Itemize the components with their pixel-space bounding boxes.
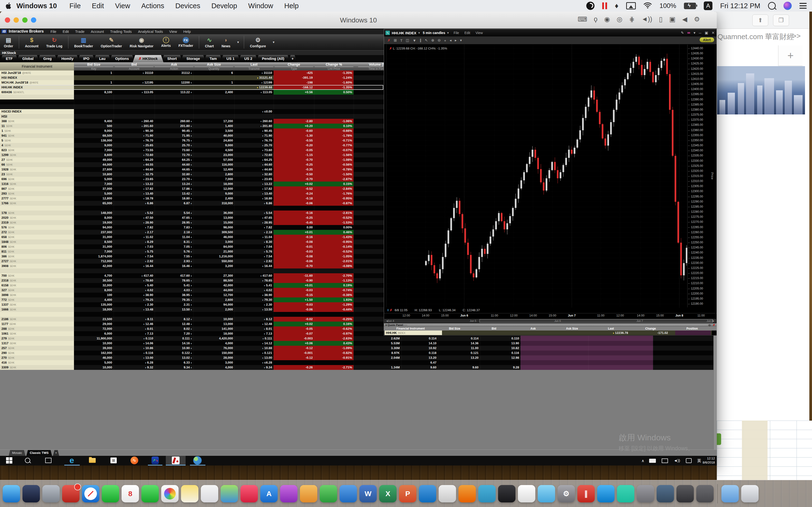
table-row-270[interactable]: 270SEHK46,000♦ 13.0013.02 ♦28,000♦ 13.00… [0, 355, 717, 360]
toolbar-optiontrader-button[interactable]: ✎OptionTrader [101, 37, 122, 48]
tab-etf[interactable]: ETF [0, 55, 18, 62]
close-icon[interactable]: ✕ [711, 31, 715, 35]
dock-icon-textedit[interactable] [518, 485, 535, 502]
dock-icon-music[interactable] [241, 485, 258, 502]
tab--[interactable]: + [288, 55, 297, 62]
cursor-icon[interactable]: ↖ [425, 38, 428, 43]
dock-icon-facetime[interactable] [141, 485, 159, 502]
dock-icon-trash[interactable] [741, 485, 759, 502]
menubar-item-edit[interactable]: Edit [92, 2, 104, 10]
toolbar-chart-button[interactable]: ∿Chart [205, 37, 214, 48]
dock-icon-launchpad[interactable] [42, 485, 60, 502]
tab-us-2[interactable]: US 2 [238, 55, 258, 62]
toolbar-fxtrader-button[interactable]: FXFXTrader [179, 37, 193, 48]
tws-menu-help[interactable]: Help [183, 30, 191, 34]
tray-ime[interactable]: 英 [697, 456, 701, 465]
chart-menu-edit[interactable]: Edit [464, 31, 470, 35]
table-row-279[interactable]: 279SEHK11,900,000♦ 0.1100.111 ♦4,420,000… [0, 336, 717, 341]
usb-icon[interactable]: ϙ [594, 15, 597, 23]
qp-col-ask-size[interactable]: Ask Size [566, 327, 578, 331]
workspace-tab-mosaic[interactable]: Mosaic [9, 450, 26, 456]
tab-pending-all-[interactable]: Pending (All) [256, 55, 290, 62]
menubar-app-title[interactable]: Windows 10 [16, 2, 57, 10]
toolbar-configure-button[interactable]: ⚙Configure [250, 37, 266, 48]
dock-icon-calendar[interactable]: 8 [121, 485, 139, 502]
dock-icon-firefox[interactable] [458, 485, 476, 502]
toolbar-news-button[interactable]: ◗News [221, 37, 231, 48]
share-icon[interactable]: ⬆ [752, 14, 768, 26]
col-header-bid[interactable]: Bid [115, 62, 153, 67]
task-view-icon[interactable] [43, 456, 54, 465]
col-header-bid-size[interactable]: Bid Size [74, 62, 113, 67]
dock-icon-excel[interactable]: X [379, 485, 397, 502]
toolbar-alerts-button[interactable]: !Alerts [161, 37, 171, 48]
qp-col-ask[interactable]: Ask [530, 327, 536, 331]
dock-icon-pages[interactable] [300, 485, 317, 502]
tws-menu-trading-tools[interactable]: Trading Tools [110, 30, 132, 34]
tab-greg[interactable]: Greg [38, 55, 57, 62]
futu-app-icon[interactable]: ∿ [127, 456, 142, 465]
tws-menu-account[interactable]: Account [91, 30, 104, 34]
menubar-item-file[interactable]: File [69, 2, 81, 10]
tab-lau[interactable]: Lau [93, 55, 111, 62]
table-row-416[interactable]: 416SEHK5,000♦ 6.286.33 ♦3,000♦ c6.286.47 [0, 360, 717, 365]
col-header-ask[interactable]: Ask [155, 62, 193, 67]
dock-icon-system-preferences[interactable]: ⚙ [558, 485, 575, 502]
notification-center-icon[interactable] [800, 3, 807, 9]
shared-folder-icon[interactable]: ▣ [669, 15, 676, 23]
dock-icon-siri[interactable] [22, 485, 40, 502]
dropdown-icon[interactable]: ▼ [413, 38, 416, 43]
menubar-item-window[interactable]: Window [248, 2, 273, 10]
airplay-icon[interactable] [626, 2, 636, 9]
cd-icon[interactable]: ◎ [617, 15, 622, 23]
toolbar-account-button[interactable]: $Account [25, 37, 39, 48]
dock-icon-maps[interactable] [221, 485, 238, 502]
menubar-item-help[interactable]: Help [284, 2, 299, 10]
dock-icon-preview[interactable] [538, 485, 555, 502]
more-icon[interactable]: ▾ [460, 38, 462, 43]
tab-homily[interactable]: Homily [56, 55, 79, 62]
start-button[interactable] [4, 456, 14, 465]
menubar-item-actions[interactable]: Actions [141, 2, 164, 10]
menubar-item-develop[interactable]: Develop [211, 2, 237, 10]
copy-tabs-icon[interactable]: ❐ [773, 14, 789, 26]
sound-icon[interactable]: ◄)) [642, 15, 652, 23]
dock-icon-safari[interactable] [82, 485, 99, 502]
browser-more-tabs[interactable]: >> [792, 32, 801, 40]
crosshair-icon[interactable]: + [444, 38, 446, 43]
tws-menu-analytical-tools[interactable]: Analytical Tools [138, 30, 163, 34]
dock-icon-numbers[interactable] [320, 485, 337, 502]
parallels-pause-icon[interactable] [602, 2, 607, 9]
interval-dropdown-icon[interactable]: ▼ [447, 32, 449, 34]
pan-left-icon[interactable]: ◂ [450, 38, 451, 43]
qp-col-bid-size[interactable]: Bid Size [449, 327, 460, 331]
dock-dropdown-icon[interactable]: ▾ [694, 31, 696, 35]
menubar-item-view[interactable]: View [115, 2, 130, 10]
vm-titlebar[interactable]: Windows 10 ⌨ ϙ ◉ ◎ ⋕ ◄)) ▯ ▣ ◀ ⚙ [0, 12, 717, 29]
dock-icon-utility-teal[interactable] [617, 485, 635, 502]
dropbox-icon[interactable]: ♦ [615, 2, 618, 10]
dock-icon-notes[interactable] [181, 485, 198, 502]
toolbar-order-button[interactable]: ▤Order [4, 37, 13, 48]
tray-notification-icon[interactable] [686, 456, 692, 465]
col-header-change[interactable]: Change [274, 62, 313, 67]
siri-icon[interactable] [783, 2, 792, 10]
store-icon[interactable]: ⊞ [106, 456, 121, 465]
tab-storage[interactable]: Storage [181, 55, 206, 62]
workspace-tab-classic-tws[interactable]: Classic TWS [27, 450, 52, 456]
apple-menu-icon[interactable] [5, 2, 12, 10]
chart-symbol[interactable]: HHI.HK INDEX [392, 31, 416, 35]
new-tab-button[interactable]: + [778, 45, 803, 66]
table-row-1317[interactable]: 1317SEHK10,000♦ 14.0614.16 ♦4,000♦ 14.12… [0, 341, 717, 346]
dock-icon-messages[interactable] [102, 485, 119, 502]
dock-icon-outlook[interactable] [419, 485, 436, 502]
menubar-clock[interactable]: Fri 12:12 PM [720, 2, 760, 10]
qp-col-position[interactable]: Position [686, 327, 698, 331]
screen-recorder-icon[interactable] [586, 2, 595, 10]
edge-icon[interactable]: e [63, 456, 80, 465]
col-header-ask-size[interactable]: Ask Size [195, 62, 233, 67]
tray-network-icon[interactable] [662, 456, 668, 465]
alert-button[interactable]: Alert [700, 38, 714, 42]
bars-icon[interactable]: ∥ [419, 38, 421, 43]
col-header-last[interactable]: Last [235, 62, 273, 67]
